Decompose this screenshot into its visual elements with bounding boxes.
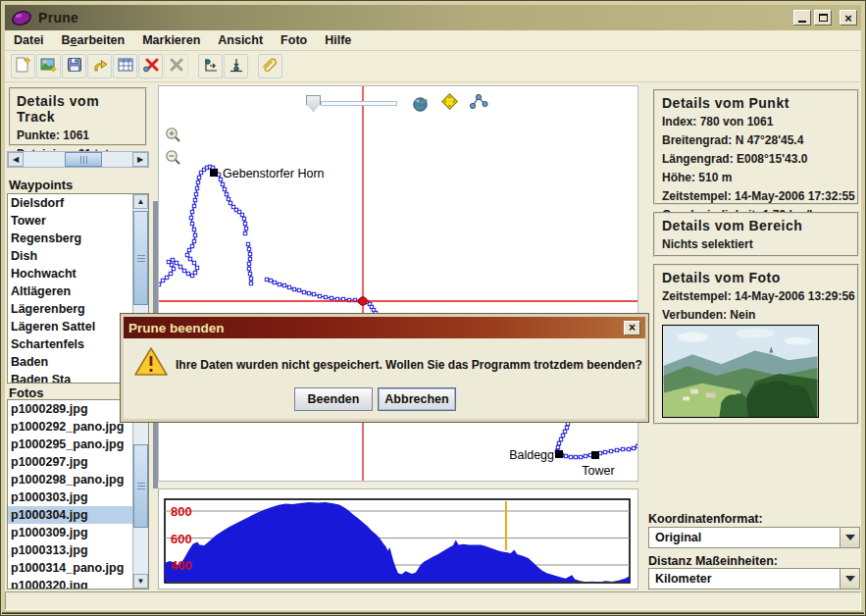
status-bar	[5, 591, 861, 610]
coordinate-format-label: Koordinatenformat:	[648, 512, 763, 526]
connect-photo-button[interactable]	[258, 54, 282, 78]
svg-text:400: 400	[171, 558, 192, 573]
foto-item[interactable]: p1000297.jpg	[8, 453, 148, 471]
exit-dialog-titlebar[interactable]: Prune beenden ×	[124, 317, 645, 338]
foto-item[interactable]: p1000320.jpg	[8, 577, 148, 590]
add-photo-icon	[40, 57, 58, 77]
undo-button[interactable]	[87, 54, 112, 78]
track-detail-line: Punkte: 1061	[17, 127, 139, 145]
new-file-button[interactable]	[11, 54, 35, 78]
close-icon: ×	[629, 322, 636, 334]
undo-icon	[91, 57, 109, 77]
menu-datei[interactable]: Datei	[5, 31, 53, 49]
scale-slider-thumb[interactable]	[306, 95, 321, 112]
svg-text:600: 600	[171, 532, 192, 546]
point-detail-line: Index: 780 von 1061	[662, 113, 850, 131]
maximize-icon	[819, 14, 828, 22]
foto-item[interactable]: p1000309.jpg	[8, 524, 148, 541]
delete-point-icon	[142, 57, 159, 77]
foto-item[interactable]: p1000303.jpg	[8, 488, 148, 506]
minimize-button[interactable]	[793, 10, 811, 26]
scroll-down-icon[interactable]: ▼	[133, 574, 148, 589]
scrollbar-thumb[interactable]	[65, 152, 102, 167]
fotos-label: Fotos	[9, 385, 43, 400]
minimize-icon	[798, 21, 806, 23]
exit-confirm-button[interactable]: Beenden	[294, 387, 373, 411]
dialog-close-button[interactable]: ×	[624, 321, 640, 335]
window-title: Prune	[38, 10, 78, 26]
scrollbar-thumb[interactable]	[133, 444, 148, 528]
dropdown-arrow-icon[interactable]	[840, 528, 859, 547]
elevation-profile-panel[interactable]: 800600400	[158, 488, 638, 590]
delete-range-icon	[169, 57, 184, 77]
menu-hilfe[interactable]: Hilfe	[316, 31, 360, 49]
scrollbar-track[interactable]	[24, 152, 132, 167]
exit-cancel-button[interactable]: Abbrechen	[378, 387, 456, 411]
range-details-box: Details vom Bereich Nichts selektiert	[653, 212, 859, 257]
foto-item[interactable]: p1000298_pano.jpg	[8, 471, 148, 488]
prune-app-icon	[11, 10, 32, 26]
coordinate-format-select[interactable]: Original	[648, 527, 860, 548]
scale-slider-track[interactable]	[321, 101, 397, 106]
close-icon: ×	[844, 12, 852, 25]
svg-text:Baldegg: Baldegg	[509, 448, 554, 462]
track-details-box: Details vom Track Punkte: 1061Datei: jur…	[9, 87, 147, 146]
maximize-button[interactable]	[814, 10, 832, 26]
svg-text:Gebenstorfer Horn: Gebenstorfer Horn	[223, 167, 325, 180]
application-window: Prune × DateiBearbeitenMarkierenAnsichtF…	[0, 0, 866, 616]
scroll-right-icon[interactable]: ▶	[132, 152, 148, 167]
titlebar[interactable]: Prune ×	[5, 5, 861, 30]
waypoint-item[interactable]: Hochwacht	[8, 265, 148, 282]
menu-bearbeiten[interactable]: Bearbeiten	[53, 31, 134, 49]
distance-units-label: Distanz Maßeinheiten:	[648, 554, 778, 568]
edit-point-icon	[118, 58, 133, 76]
waypoint-item[interactable]: Dish	[8, 247, 148, 265]
svg-text:800: 800	[171, 504, 192, 519]
photo-detail-line: Zeitstempel: 14-May-2006 13:29:56	[662, 287, 850, 306]
svg-text:Tower: Tower	[582, 464, 614, 478]
elevation-profile-chart: 800600400	[159, 489, 637, 589]
foto-item[interactable]: p1000313.jpg	[8, 541, 148, 559]
menu-foto[interactable]: Foto	[272, 31, 316, 49]
distance-units-select[interactable]: Kilometer	[648, 568, 860, 590]
toolbar	[5, 51, 861, 82]
scrollbar-thumb[interactable]	[133, 211, 148, 305]
waypoint-item[interactable]: Tower	[8, 212, 148, 230]
point-detail-line: Längengrad: E008°15'43.0	[662, 150, 850, 169]
scroll-up-icon[interactable]: ▲	[133, 194, 148, 209]
foto-item[interactable]: p1000314_pano.jpg	[8, 559, 148, 577]
menubar: DateiBearbeitenMarkierenAnsichtFotoHilfe	[5, 30, 861, 51]
coordinate-format-value: Original	[649, 531, 840, 544]
point-details-title: Details vom Punkt	[662, 95, 850, 111]
close-button[interactable]: ×	[840, 10, 857, 26]
fotos-scrollbar[interactable]: ▼	[132, 400, 148, 589]
left-horizontal-scrollbar[interactable]: ◀ ▶	[7, 151, 149, 168]
range-start-button[interactable]	[198, 54, 223, 78]
add-photo-button[interactable]	[36, 54, 61, 78]
waypoint-item[interactable]: Dielsdorf	[8, 194, 148, 212]
point-detail-line: Breitengrad: N 47°28'45.4	[662, 131, 850, 150]
range-end-icon	[229, 57, 244, 77]
photo-thumbnail	[662, 325, 819, 418]
delete-point-button[interactable]	[138, 54, 163, 78]
photo-details-box: Details vom Foto Zeitstempel: 14-May-200…	[653, 264, 859, 425]
edit-point-button[interactable]	[113, 54, 137, 78]
save-icon	[67, 57, 82, 77]
menu-ansicht[interactable]: Ansicht	[209, 31, 272, 49]
waypoint-item[interactable]: Altlägeren	[8, 282, 148, 300]
dropdown-arrow-icon[interactable]	[840, 569, 859, 589]
range-end-button[interactable]	[224, 54, 248, 78]
scroll-left-icon[interactable]: ◀	[8, 152, 24, 167]
waypoint-item[interactable]: Regensberg	[8, 230, 148, 247]
foto-item[interactable]: p1000295_pano.jpg	[8, 436, 148, 453]
point-detail-line: Zeitstempel: 14-May-2006 17:32:55	[662, 187, 850, 206]
point-detail-line: Höhe: 510 m	[662, 169, 850, 187]
foto-item[interactable]: p1000304.jpg	[8, 506, 148, 524]
save-button[interactable]	[62, 54, 86, 78]
menu-markieren[interactable]: Markieren	[133, 31, 209, 49]
photo-detail-line: Verbunden: Nein	[662, 306, 850, 325]
distance-units-value: Kilometer	[649, 572, 840, 586]
fotos-list[interactable]: p1000289.jpgp1000292_pano.jpgp1000295_pa…	[7, 399, 149, 590]
exit-dialog-title: Prune beenden	[128, 321, 225, 335]
new-file-icon	[15, 56, 31, 77]
